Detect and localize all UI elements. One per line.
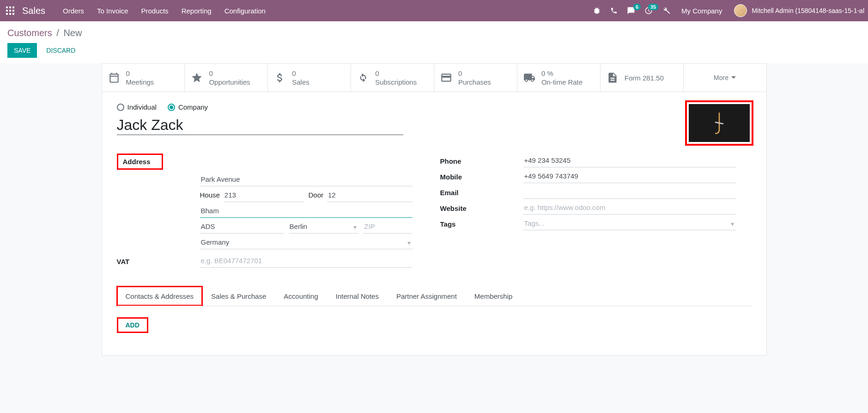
messages-icon[interactable]: 6 [622, 6, 640, 15]
activities-badge: 35 [648, 4, 658, 10]
svg-rect-3 [6, 10, 8, 12]
radio-unchecked-icon [117, 104, 124, 111]
state-input[interactable] [289, 220, 359, 234]
stat-buttons-row: 0Meetings 0Opportunities 0Sales 0Subscri… [102, 64, 766, 92]
svg-rect-5 [12, 10, 14, 12]
tab-contacts-addresses[interactable]: Contacts & Addresses [117, 286, 203, 306]
label-tags: Tags [440, 216, 523, 228]
street2-input[interactable] [200, 204, 413, 218]
app-brand[interactable]: Sales [22, 6, 45, 16]
document-icon [606, 71, 619, 84]
svg-rect-1 [9, 6, 11, 8]
city-input[interactable] [200, 220, 284, 234]
svg-rect-8 [12, 13, 14, 15]
stat-opportunities[interactable]: 0Opportunities [185, 64, 268, 92]
vat-input[interactable] [200, 254, 413, 268]
tools-icon[interactable] [657, 6, 675, 15]
house-input[interactable] [224, 188, 304, 202]
credit-card-icon [440, 71, 453, 84]
stat-form-281[interactable]: Form 281.50 [601, 64, 684, 92]
breadcrumb-current: New [63, 28, 82, 38]
stat-meetings[interactable]: 0Meetings [102, 64, 185, 92]
refresh-icon [357, 71, 370, 84]
company-image[interactable] [685, 100, 753, 146]
logo-icon [689, 104, 750, 142]
chevron-down-icon [731, 75, 736, 80]
stat-sales[interactable]: 0Sales [268, 64, 351, 92]
company-type-radio: Individual Company [117, 103, 752, 111]
stat-ontime[interactable]: 0 %On-time Rate [517, 64, 601, 92]
svg-rect-2 [12, 6, 14, 8]
tab-internal-notes[interactable]: Internal Notes [327, 286, 388, 306]
phone-icon[interactable] [606, 7, 622, 14]
add-button[interactable]: ADD [117, 317, 148, 333]
label-email: Email [440, 185, 523, 197]
control-panel: Customers / New SAVE DISCARD [0, 21, 868, 63]
street-input[interactable] [200, 173, 413, 186]
door-input[interactable] [327, 188, 412, 202]
form-sheet: 0Meetings 0Opportunities 0Sales 0Subscri… [102, 63, 767, 356]
svg-rect-0 [6, 6, 8, 8]
tab-sales-purchase[interactable]: Sales & Purchase [202, 286, 275, 306]
tab-membership[interactable]: Membership [466, 286, 522, 306]
email-input[interactable] [523, 185, 736, 199]
radio-company[interactable]: Company [168, 103, 208, 111]
website-input[interactable] [523, 201, 736, 215]
activities-icon[interactable]: 35 [640, 6, 657, 15]
calendar-icon [108, 71, 121, 84]
radio-checked-icon [168, 104, 175, 111]
label-website: Website [440, 201, 523, 212]
discard-button[interactable]: DISCARD [40, 43, 82, 58]
truck-icon [523, 71, 536, 84]
label-address: Address [117, 154, 163, 170]
radio-individual[interactable]: Individual [117, 103, 157, 111]
mobile-input[interactable] [523, 169, 736, 183]
dollar-icon [273, 71, 286, 84]
star-icon [190, 71, 203, 84]
stat-more[interactable]: More [684, 64, 766, 92]
save-button[interactable]: SAVE [7, 43, 37, 58]
tabs: Contacts & Addresses Sales & Purchase Ac… [117, 286, 752, 306]
user-name: Mitchell Admin (15804148-saas-15-1-al [752, 7, 864, 14]
zip-input[interactable] [363, 220, 412, 234]
svg-rect-6 [6, 13, 8, 15]
svg-rect-4 [9, 10, 11, 12]
phone-input[interactable] [523, 154, 736, 167]
breadcrumb: Customers / New [7, 26, 861, 43]
label-mobile: Mobile [440, 169, 523, 181]
tags-input[interactable] [523, 216, 736, 230]
user-menu[interactable]: Mitchell Admin (15804148-saas-15-1-al [728, 4, 864, 17]
nav-reporting[interactable]: Reporting [175, 7, 218, 15]
svg-rect-7 [9, 13, 11, 15]
stat-purchases[interactable]: 0Purchases [434, 64, 517, 92]
country-input[interactable] [200, 235, 413, 249]
user-avatar-icon [734, 4, 747, 17]
nav-orders[interactable]: Orders [56, 7, 91, 15]
tab-partner-assignment[interactable]: Partner Assignment [388, 286, 466, 306]
nav-products[interactable]: Products [134, 7, 175, 15]
label-phone: Phone [440, 154, 523, 165]
breadcrumb-parent[interactable]: Customers [7, 28, 52, 38]
tab-accounting[interactable]: Accounting [275, 286, 327, 306]
nav-configuration[interactable]: Configuration [218, 7, 272, 15]
nav-to-invoice[interactable]: To Invoice [91, 7, 135, 15]
label-vat: VAT [117, 254, 200, 265]
main-navbar: Sales Orders To Invoice Products Reporti… [0, 0, 868, 21]
apps-menu-icon[interactable] [4, 4, 17, 17]
debug-icon[interactable] [588, 6, 606, 15]
stat-subscriptions[interactable]: 0Subscriptions [351, 64, 434, 92]
company-selector[interactable]: My Company [675, 7, 728, 15]
name-input[interactable] [117, 116, 403, 135]
